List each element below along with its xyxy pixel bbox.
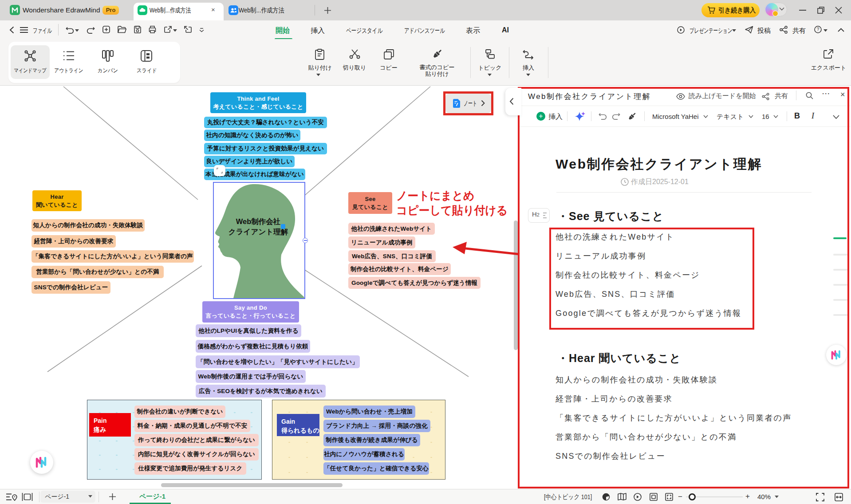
svg-text:Web制作会社: Web制作会社	[236, 217, 281, 225]
svg-text:?: ?	[817, 27, 819, 32]
svg-text:クライアント理解: クライアント理解	[229, 228, 288, 236]
